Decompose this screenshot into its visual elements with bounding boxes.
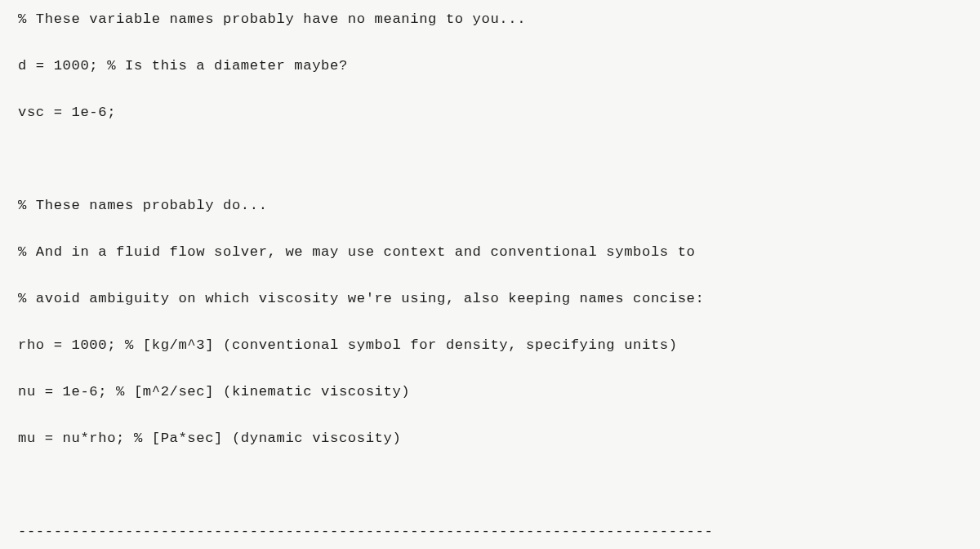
code-line: mu = nu*rho; % [Pa*sec] (dynamic viscosi… [18, 427, 962, 451]
code-block: % These variable names probably have no … [0, 0, 980, 549]
code-line: d = 1000; % Is this a diameter maybe? [18, 55, 962, 78]
code-line: rho = 1000; % [kg/m^3] (conventional sym… [18, 334, 962, 358]
code-line: % And in a fluid flow solver, we may use… [18, 241, 962, 265]
code-line: ----------------------------------------… [18, 520, 962, 544]
code-line: % These names probably do... [18, 194, 962, 218]
code-line: vsc = 1e-6; [18, 101, 962, 125]
code-line: nu = 1e-6; % [m^2/sec] (kinematic viscos… [18, 381, 962, 404]
code-line: % These variable names probably have no … [18, 8, 962, 32]
code-line: % avoid ambiguity on which viscosity we'… [18, 288, 962, 311]
